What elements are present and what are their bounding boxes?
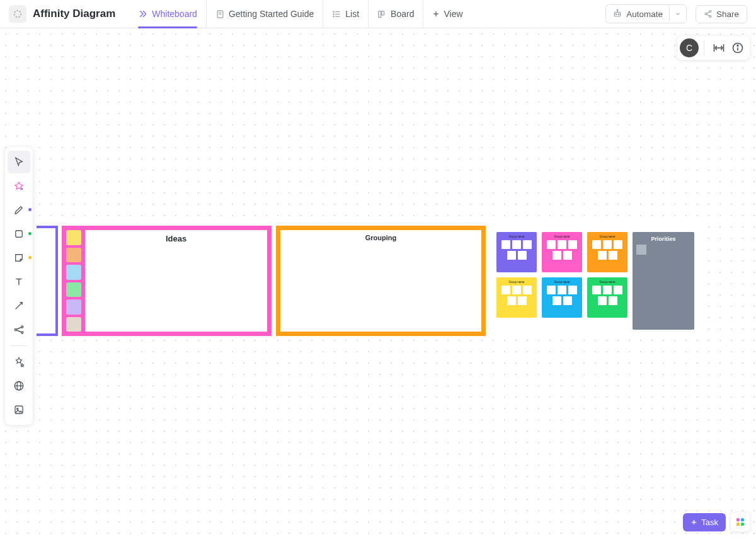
- share-button[interactable]: Share: [696, 5, 747, 23]
- svg-rect-11: [382, 11, 384, 14]
- topbar-left: Affinity Diagram: [9, 5, 115, 23]
- board-icon: [377, 9, 387, 19]
- tab-label: List: [345, 9, 359, 19]
- automate-button[interactable]: Automate: [606, 5, 669, 23]
- add-view-label: View: [444, 9, 462, 19]
- svg-point-9: [333, 16, 334, 16]
- automate-dropdown[interactable]: [669, 7, 686, 21]
- svg-point-8: [333, 13, 334, 14]
- tab-list[interactable]: List: [323, 0, 369, 28]
- svg-point-16: [618, 14, 619, 15]
- doc-icon: [215, 9, 225, 19]
- tab-whiteboard[interactable]: Whiteboard: [129, 0, 207, 28]
- tab-label: Board: [391, 9, 414, 19]
- svg-point-15: [616, 14, 617, 15]
- list-icon: [332, 9, 341, 19]
- share-icon: [704, 9, 713, 18]
- plus-icon: [432, 10, 440, 18]
- tab-label: Whiteboard: [152, 9, 197, 19]
- robot-icon: [612, 9, 622, 19]
- tab-label: Getting Started Guide: [229, 9, 314, 19]
- svg-point-7: [333, 11, 334, 12]
- automate-label: Automate: [626, 9, 663, 19]
- svg-point-0: [14, 11, 21, 18]
- automate-group: Automate: [605, 4, 687, 23]
- view-tabs: Whiteboard Getting Started Guide List Bo…: [129, 0, 471, 28]
- svg-line-23: [707, 14, 710, 16]
- share-label: Share: [716, 9, 739, 19]
- document-title[interactable]: Affinity Diagram: [33, 8, 115, 20]
- add-view-button[interactable]: View: [423, 9, 471, 19]
- whiteboard-icon: [138, 9, 148, 19]
- svg-rect-10: [379, 11, 381, 17]
- svg-line-22: [707, 12, 710, 14]
- document-type-icon[interactable]: [9, 5, 26, 23]
- svg-point-18: [617, 9, 618, 11]
- tab-getting-started[interactable]: Getting Started Guide: [207, 0, 323, 28]
- topbar: Affinity Diagram Whiteboard Getting Star…: [0, 0, 756, 28]
- tab-board[interactable]: Board: [369, 0, 423, 28]
